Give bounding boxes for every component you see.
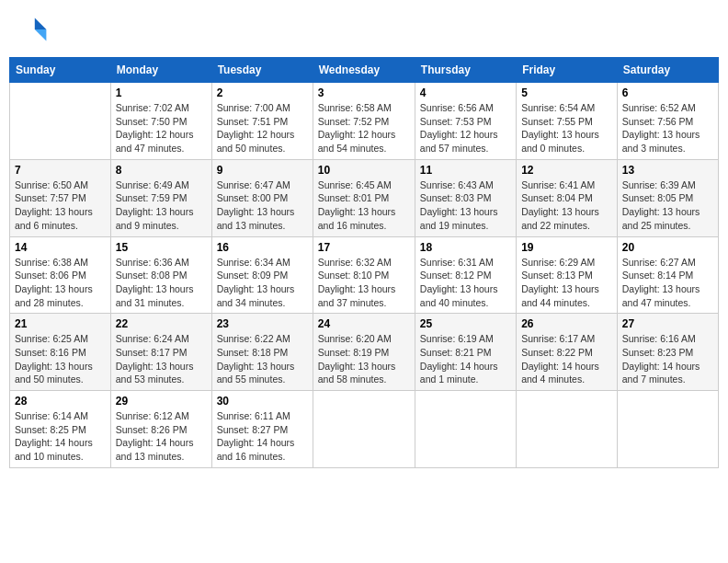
calendar-cell: 18Sunrise: 6:31 AMSunset: 8:12 PMDayligh… [415,236,516,314]
week-row-4: 21Sunrise: 6:25 AMSunset: 8:16 PMDayligh… [10,314,719,391]
cell-sun-info: Sunrise: 6:43 AMSunset: 8:03 PMDaylight:… [420,178,511,233]
col-header-sunday: Sunday [10,58,111,83]
col-header-saturday: Saturday [617,58,718,83]
svg-marker-0 [35,17,47,29]
col-header-thursday: Thursday [415,58,516,83]
col-header-friday: Friday [517,58,618,83]
cell-day-number: 14 [15,241,106,254]
calendar-cell: 13Sunrise: 6:39 AMSunset: 8:05 PMDayligh… [617,159,718,236]
cell-day-number: 5 [521,86,612,99]
svg-marker-1 [35,29,47,41]
cell-day-number: 1 [116,86,207,99]
calendar-cell [617,391,718,468]
calendar-cell: 21Sunrise: 6:25 AMSunset: 8:16 PMDayligh… [10,314,111,391]
calendar-table: SundayMondayTuesdayWednesdayThursdayFrid… [9,57,719,468]
cell-sun-info: Sunrise: 6:47 AMSunset: 8:00 PMDaylight:… [217,178,308,233]
week-row-3: 14Sunrise: 6:38 AMSunset: 8:06 PMDayligh… [10,236,719,314]
cell-sun-info: Sunrise: 7:02 AMSunset: 7:50 PMDaylight:… [116,101,207,155]
cell-sun-info: Sunrise: 6:17 AMSunset: 8:22 PMDaylight:… [521,332,612,386]
cell-sun-info: Sunrise: 6:22 AMSunset: 8:18 PMDaylight:… [217,332,308,386]
cell-sun-info: Sunrise: 6:39 AMSunset: 8:05 PMDaylight:… [622,178,713,233]
cell-sun-info: Sunrise: 6:52 AMSunset: 7:56 PMDaylight:… [622,101,713,155]
cell-sun-info: Sunrise: 6:27 AMSunset: 8:14 PMDaylight:… [622,256,713,310]
calendar-cell: 6Sunrise: 6:52 AMSunset: 7:56 PMDaylight… [617,83,718,160]
week-row-5: 28Sunrise: 6:14 AMSunset: 8:25 PMDayligh… [10,391,719,468]
calendar-cell: 29Sunrise: 6:12 AMSunset: 8:26 PMDayligh… [110,391,211,468]
calendar-cell: 16Sunrise: 6:34 AMSunset: 8:09 PMDayligh… [211,236,313,314]
cell-day-number: 16 [217,241,308,254]
calendar-cell: 30Sunrise: 6:11 AMSunset: 8:27 PMDayligh… [211,391,313,468]
calendar-cell: 8Sunrise: 6:49 AMSunset: 7:59 PMDaylight… [110,159,211,236]
col-header-monday: Monday [110,58,211,83]
cell-day-number: 6 [622,86,713,99]
cell-day-number: 20 [622,241,713,254]
cell-day-number: 7 [15,164,106,177]
cell-day-number: 19 [521,241,612,254]
column-headers: SundayMondayTuesdayWednesdayThursdayFrid… [10,58,719,83]
cell-sun-info: Sunrise: 6:25 AMSunset: 8:16 PMDaylight:… [15,332,106,386]
cell-day-number: 29 [116,395,207,408]
cell-day-number: 21 [15,317,106,330]
calendar-cell: 4Sunrise: 6:56 AMSunset: 7:53 PMDaylight… [415,83,516,160]
calendar-cell [313,391,415,468]
calendar-cell: 9Sunrise: 6:47 AMSunset: 8:00 PMDaylight… [211,159,313,236]
cell-sun-info: Sunrise: 6:31 AMSunset: 8:12 PMDaylight:… [420,256,511,310]
calendar-cell [10,83,111,160]
cell-sun-info: Sunrise: 6:34 AMSunset: 8:09 PMDaylight:… [217,256,308,310]
cell-day-number: 11 [420,164,511,177]
week-row-1: 1Sunrise: 7:02 AMSunset: 7:50 PMDaylight… [10,83,719,160]
cell-sun-info: Sunrise: 7:00 AMSunset: 7:51 PMDaylight:… [217,101,308,155]
cell-day-number: 27 [622,317,713,330]
cell-sun-info: Sunrise: 6:16 AMSunset: 8:23 PMDaylight:… [622,332,713,386]
calendar-cell: 12Sunrise: 6:41 AMSunset: 8:04 PMDayligh… [517,159,618,236]
cell-day-number: 28 [15,395,106,408]
cell-sun-info: Sunrise: 6:58 AMSunset: 7:52 PMDaylight:… [318,101,410,155]
calendar-cell: 25Sunrise: 6:19 AMSunset: 8:21 PMDayligh… [415,314,516,391]
calendar-cell: 23Sunrise: 6:22 AMSunset: 8:18 PMDayligh… [211,314,313,391]
logo [17,13,51,46]
cell-sun-info: Sunrise: 6:32 AMSunset: 8:10 PMDaylight:… [318,256,410,310]
cell-sun-info: Sunrise: 6:45 AMSunset: 8:01 PMDaylight:… [318,178,410,233]
week-row-2: 7Sunrise: 6:50 AMSunset: 7:57 PMDaylight… [10,159,719,236]
cell-day-number: 9 [217,164,308,177]
calendar-cell: 28Sunrise: 6:14 AMSunset: 8:25 PMDayligh… [10,391,111,468]
col-header-wednesday: Wednesday [313,58,415,83]
cell-sun-info: Sunrise: 6:20 AMSunset: 8:19 PMDaylight:… [318,332,410,386]
cell-sun-info: Sunrise: 6:49 AMSunset: 7:59 PMDaylight:… [116,178,207,233]
cell-sun-info: Sunrise: 6:56 AMSunset: 7:53 PMDaylight:… [420,101,511,155]
col-header-tuesday: Tuesday [211,58,313,83]
page-header [9,9,719,50]
cell-day-number: 10 [318,164,410,177]
cell-sun-info: Sunrise: 6:24 AMSunset: 8:17 PMDaylight:… [116,332,207,386]
cell-day-number: 22 [116,317,207,330]
cell-sun-info: Sunrise: 6:11 AMSunset: 8:27 PMDaylight:… [217,409,308,464]
cell-day-number: 3 [318,86,410,99]
calendar-cell [517,391,618,468]
cell-day-number: 26 [521,317,612,330]
cell-day-number: 13 [622,164,713,177]
cell-sun-info: Sunrise: 6:12 AMSunset: 8:26 PMDaylight:… [116,409,207,464]
calendar-cell: 24Sunrise: 6:20 AMSunset: 8:19 PMDayligh… [313,314,415,391]
calendar-cell [415,391,516,468]
calendar-cell: 22Sunrise: 6:24 AMSunset: 8:17 PMDayligh… [110,314,211,391]
calendar-cell: 5Sunrise: 6:54 AMSunset: 7:55 PMDaylight… [517,83,618,160]
cell-sun-info: Sunrise: 6:29 AMSunset: 8:13 PMDaylight:… [521,256,612,310]
cell-sun-info: Sunrise: 6:54 AMSunset: 7:55 PMDaylight:… [521,101,612,155]
calendar-cell: 1Sunrise: 7:02 AMSunset: 7:50 PMDaylight… [110,83,211,160]
calendar-cell: 3Sunrise: 6:58 AMSunset: 7:52 PMDaylight… [313,83,415,160]
calendar-cell: 11Sunrise: 6:43 AMSunset: 8:03 PMDayligh… [415,159,516,236]
calendar-cell: 2Sunrise: 7:00 AMSunset: 7:51 PMDaylight… [211,83,313,160]
cell-day-number: 4 [420,86,511,99]
calendar-cell: 17Sunrise: 6:32 AMSunset: 8:10 PMDayligh… [313,236,415,314]
cell-day-number: 8 [116,164,207,177]
cell-sun-info: Sunrise: 6:38 AMSunset: 8:06 PMDaylight:… [15,256,106,310]
cell-day-number: 24 [318,317,410,330]
cell-day-number: 30 [217,395,308,408]
cell-sun-info: Sunrise: 6:14 AMSunset: 8:25 PMDaylight:… [15,409,106,464]
calendar-cell: 10Sunrise: 6:45 AMSunset: 8:01 PMDayligh… [313,159,415,236]
cell-sun-info: Sunrise: 6:36 AMSunset: 8:08 PMDaylight:… [116,256,207,310]
logo-icon [17,13,50,46]
calendar-cell: 7Sunrise: 6:50 AMSunset: 7:57 PMDaylight… [10,159,111,236]
cell-sun-info: Sunrise: 6:41 AMSunset: 8:04 PMDaylight:… [521,178,612,233]
cell-day-number: 15 [116,241,207,254]
